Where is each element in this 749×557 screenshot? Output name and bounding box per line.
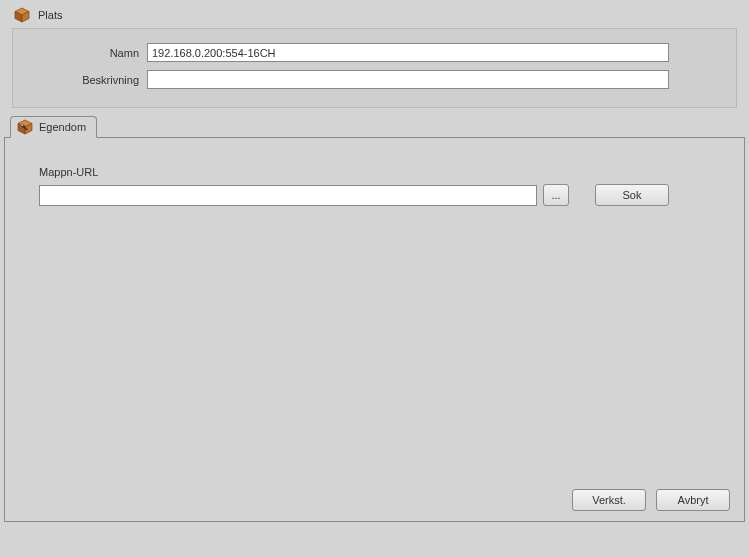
name-label: Namn bbox=[27, 47, 147, 59]
folder-url-row: ... Sok bbox=[39, 184, 710, 206]
cube-icon bbox=[14, 7, 30, 23]
top-section: Plats Namn Beskrivning bbox=[0, 0, 749, 108]
search-button[interactable]: Sok bbox=[595, 184, 669, 206]
cancel-button[interactable]: Avbryt bbox=[656, 489, 730, 511]
footer-buttons: Verkst. Avbryt bbox=[562, 489, 730, 511]
section-title: Plats bbox=[38, 9, 62, 21]
description-row: Beskrivning bbox=[27, 70, 722, 89]
folder-url-label: Mappn-URL bbox=[39, 166, 710, 178]
name-row: Namn bbox=[27, 43, 722, 62]
tab-area: Egendom Mappn-URL ... Sok Verkst. Avbryt bbox=[0, 116, 749, 526]
wrench-cube-icon bbox=[17, 119, 33, 135]
tab-panel: Mappn-URL ... Sok Verkst. Avbryt bbox=[4, 137, 745, 522]
description-label: Beskrivning bbox=[27, 74, 147, 86]
apply-button[interactable]: Verkst. bbox=[572, 489, 646, 511]
description-input[interactable] bbox=[147, 70, 669, 89]
tab-properties[interactable]: Egendom bbox=[10, 116, 97, 138]
browse-button[interactable]: ... bbox=[543, 184, 569, 206]
folder-url-input[interactable] bbox=[39, 185, 537, 206]
tab-strip: Egendom bbox=[10, 116, 745, 138]
top-fieldset: Namn Beskrivning bbox=[12, 28, 737, 108]
name-input[interactable] bbox=[147, 43, 669, 62]
top-heading: Plats bbox=[4, 4, 745, 26]
tab-label: Egendom bbox=[39, 121, 86, 133]
